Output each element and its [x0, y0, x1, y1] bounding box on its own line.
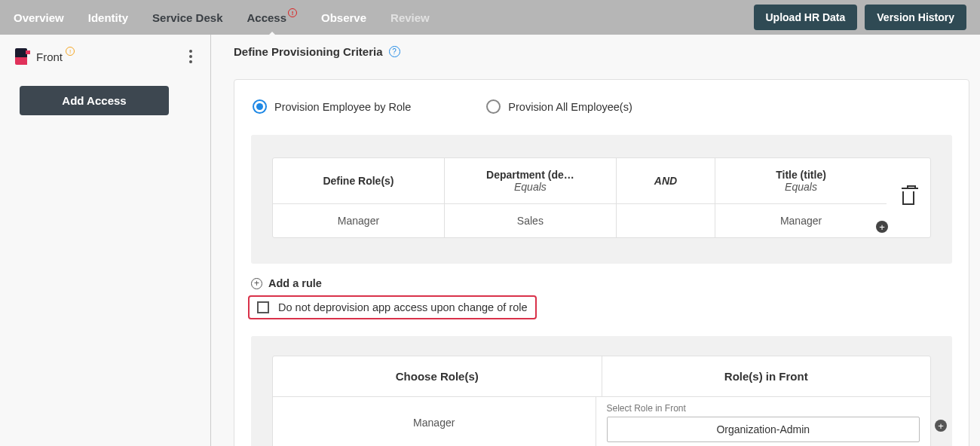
role-box: Choose Role(s) Role(s) in Front Manager …: [272, 356, 931, 446]
cell-op: [617, 204, 715, 237]
upload-hr-button[interactable]: Upload HR Data: [754, 5, 858, 30]
col-choose-roles: Choose Role(s): [273, 356, 602, 396]
cell-role[interactable]: Manager: [273, 204, 445, 237]
add-role-icon[interactable]: +: [935, 420, 947, 432]
delete-rule-area: [887, 158, 930, 237]
version-history-button[interactable]: Version History: [865, 5, 966, 30]
role-select-input[interactable]: Organization-Admin: [607, 417, 920, 442]
role-panel: Choose Role(s) Role(s) in Front Manager …: [251, 336, 952, 446]
radio-by-role-label: Provision Employee by Role: [274, 101, 411, 113]
radio-by-role[interactable]: Provision Employee by Role: [253, 99, 411, 114]
help-icon[interactable]: ?: [389, 46, 400, 57]
main-content: Define Provisioning Criteria ? Provision…: [211, 35, 980, 446]
tab-review[interactable]: Review: [390, 11, 430, 24]
tab-identity[interactable]: Identity: [88, 11, 128, 24]
alert-icon: !: [288, 8, 297, 17]
checkbox-icon[interactable]: [257, 301, 269, 313]
add-rule-button[interactable]: + Add a rule: [234, 277, 969, 289]
col-operator: AND: [617, 158, 715, 203]
col-title[interactable]: Title (title) Equals: [715, 158, 887, 203]
add-condition-icon[interactable]: +: [876, 221, 888, 233]
select-role-label: Select Role in Front: [607, 403, 920, 414]
tab-service-desk[interactable]: Service Desk: [152, 11, 222, 24]
deprovision-label: Do not deprovision app access upon chang…: [278, 301, 528, 313]
col-define-roles: Define Role(s): [273, 158, 445, 203]
top-nav: Overview Identity Service Desk Access ! …: [0, 0, 980, 35]
radio-icon: [486, 99, 501, 114]
tab-access-label: Access: [247, 11, 286, 24]
criteria-card: Provision Employee by Role Provision All…: [234, 79, 969, 446]
warning-icon: !: [66, 47, 75, 56]
cell-dept[interactable]: Sales: [445, 204, 617, 237]
add-access-button[interactable]: Add Access: [20, 86, 169, 115]
section-title: Define Provisioning Criteria ?: [234, 45, 980, 58]
rule-box: Define Role(s) Department (de… Equals AN…: [272, 157, 931, 238]
sidebar: Front ! Add Access: [0, 35, 211, 446]
tab-access[interactable]: Access !: [247, 11, 297, 24]
radio-all[interactable]: Provision All Employee(s): [486, 99, 632, 114]
cell-role-in-app: Select Role in Front Organization-Admin: [596, 397, 931, 446]
radio-icon-selected: [253, 99, 267, 114]
add-rule-label: Add a rule: [268, 277, 322, 289]
deprovision-option[interactable]: Do not deprovision app access upon chang…: [248, 295, 537, 319]
radio-group: Provision Employee by Role Provision All…: [234, 99, 969, 114]
plus-circle-icon: +: [251, 278, 262, 289]
cell-title[interactable]: Manager: [715, 204, 887, 237]
trash-icon[interactable]: [902, 191, 914, 205]
tab-overview[interactable]: Overview: [14, 11, 64, 24]
top-actions: Upload HR Data Version History: [754, 5, 967, 30]
app-row[interactable]: Front !: [15, 48, 195, 65]
col-roles-in-app: Role(s) in Front: [602, 356, 931, 396]
more-icon[interactable]: [189, 50, 192, 63]
rule-panel: Define Role(s) Department (de… Equals AN…: [251, 135, 952, 264]
cell-choose-role[interactable]: Manager: [273, 397, 596, 446]
app-logo-icon: [15, 48, 27, 65]
app-name-label: Front: [36, 50, 63, 63]
tab-observe[interactable]: Observe: [321, 11, 366, 24]
col-department[interactable]: Department (de… Equals: [445, 158, 617, 203]
radio-all-label: Provision All Employee(s): [508, 101, 632, 113]
section-title-text: Define Provisioning Criteria: [234, 45, 383, 58]
